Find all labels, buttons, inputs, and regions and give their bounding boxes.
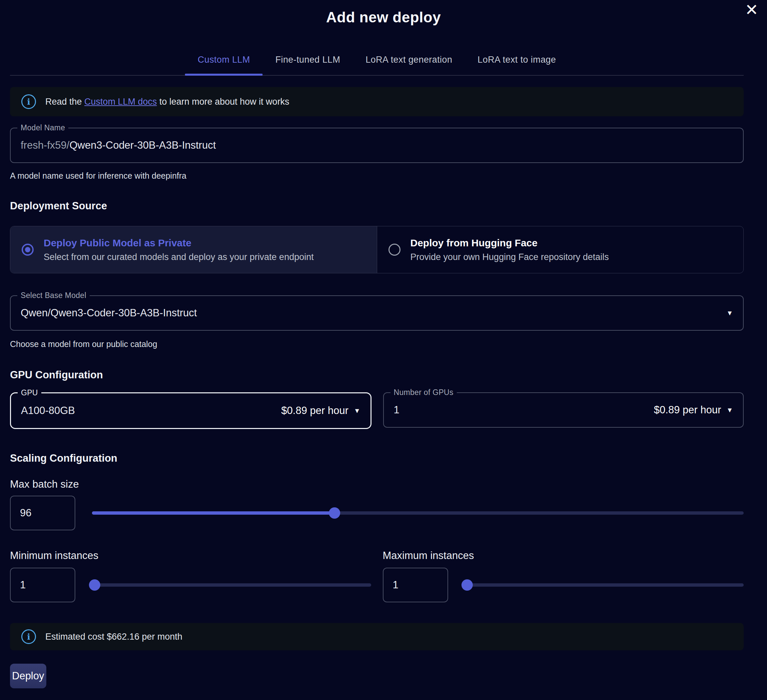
option-text: Deploy Public Model as Private Select fr… <box>44 238 313 262</box>
estimated-cost-text: Estimated cost $662.16 per month <box>45 631 182 642</box>
docs-banner-text: Read the Custom LLM docs to learn more a… <box>45 97 289 107</box>
info-icon: i <box>21 94 36 109</box>
max-batch-size-slider[interactable] <box>92 507 744 519</box>
base-model-helper: Choose a model from our public catalog <box>10 339 744 349</box>
slider-thumb[interactable] <box>89 579 100 591</box>
base-model-select[interactable]: Select Base Model Qwen/Qwen3-Coder-30B-A… <box>10 295 744 331</box>
option-deploy-public-model[interactable]: Deploy Public Model as Private Select fr… <box>10 226 377 273</box>
page-title: Add new deploy <box>0 0 767 26</box>
close-icon[interactable]: ✕ <box>745 2 758 18</box>
gpu-configuration-heading: GPU Configuration <box>10 369 744 381</box>
option-title: Deploy from Hugging Face <box>411 238 609 249</box>
model-name-prefix: fresh-fx59/ <box>21 139 69 151</box>
deployment-source-heading: Deployment Source <box>10 200 744 212</box>
scaling-configuration-heading: Scaling Configuration <box>10 452 744 464</box>
chevron-down-icon: ▼ <box>354 407 361 415</box>
maximum-instances-label: Maximum instances <box>383 550 744 562</box>
deployment-source-options: Deploy Public Model as Private Select fr… <box>10 226 744 273</box>
model-name-helper: A model name used for inference with dee… <box>10 171 744 181</box>
base-model-value: Qwen/Qwen3-Coder-30B-A3B-Instruct <box>21 307 197 319</box>
gpu-price: $0.89 per hour▼ <box>281 405 360 417</box>
deploy-button[interactable]: Deploy <box>10 664 46 688</box>
chevron-down-icon: ▼ <box>726 309 733 317</box>
max-batch-size-label: Max batch size <box>10 478 744 490</box>
option-deploy-from-hugging-face[interactable]: Deploy from Hugging Face Provide your ow… <box>377 226 744 273</box>
info-icon: i <box>21 629 36 644</box>
docs-info-banner: i Read the Custom LLM docs to learn more… <box>10 87 744 116</box>
model-name-field[interactable]: Model Name fresh-fx59/Qwen3-Coder-30B-A3… <box>10 128 744 163</box>
slider-track[interactable] <box>465 583 744 587</box>
slider-fill <box>92 511 334 515</box>
add-new-deploy-modal: ✕ Add new deploy Custom LLM Fine-tuned L… <box>0 0 767 700</box>
max-batch-size-row <box>10 496 744 530</box>
num-gpus-value: 1 <box>394 404 399 416</box>
model-name-label: Model Name <box>18 123 68 132</box>
gpu-config-row: GPU A100-80GB $0.89 per hour▼ Number of … <box>10 392 744 429</box>
tab-lora-text-to-image[interactable]: LoRA text to image <box>465 43 568 75</box>
radio-selected-icon[interactable] <box>22 244 33 256</box>
model-name-main: Qwen3-Coder-30B-A3B-Instruct <box>69 139 216 151</box>
maximum-instances-slider[interactable] <box>465 579 744 591</box>
model-name-value[interactable]: fresh-fx59/Qwen3-Coder-30B-A3B-Instruct <box>21 139 216 151</box>
estimated-cost-banner: i Estimated cost $662.16 per month <box>10 623 744 651</box>
docs-banner-suffix: to learn more about how it works <box>157 97 290 107</box>
minimum-instances-group: Minimum instances <box>10 550 371 602</box>
slider-thumb[interactable] <box>329 507 340 519</box>
maximum-instances-group: Maximum instances <box>383 550 744 602</box>
tab-custom-llm[interactable]: Custom LLM <box>185 43 263 75</box>
radio-unselected-icon[interactable] <box>388 244 401 256</box>
gpu-value: A100-80GB <box>21 405 75 417</box>
instances-row: Minimum instances Maximum instances <box>10 550 744 602</box>
option-description: Select from our curated models and deplo… <box>44 252 313 262</box>
minimum-instances-label: Minimum instances <box>10 550 371 562</box>
num-gpus-price-text: $0.89 per hour <box>654 404 721 416</box>
num-gpus-select[interactable]: Number of GPUs 1 $0.89 per hour▼ <box>383 392 744 428</box>
minimum-instances-input[interactable] <box>10 568 75 602</box>
slider-thumb[interactable] <box>461 579 473 591</box>
tab-lora-text-generation[interactable]: LoRA text generation <box>353 43 465 75</box>
gpu-label: GPU <box>18 388 41 397</box>
slider-track[interactable] <box>92 583 371 587</box>
gpu-price-text: $0.89 per hour <box>281 405 348 417</box>
tab-bar: Custom LLM Fine-tuned LLM LoRA text gene… <box>10 43 744 76</box>
num-gpus-price: $0.89 per hour▼ <box>654 404 733 416</box>
num-gpus-label: Number of GPUs <box>390 388 457 397</box>
option-title: Deploy Public Model as Private <box>44 238 313 249</box>
option-text: Deploy from Hugging Face Provide your ow… <box>411 238 609 262</box>
deploy-button-label: Deploy <box>12 670 44 682</box>
minimum-instances-slider[interactable] <box>92 579 371 591</box>
docs-banner-prefix: Read the <box>45 97 84 107</box>
chevron-down-icon: ▼ <box>726 406 733 414</box>
max-batch-size-input[interactable] <box>10 496 75 530</box>
custom-llm-docs-link[interactable]: Custom LLM docs <box>84 97 157 107</box>
gpu-select[interactable]: GPU A100-80GB $0.89 per hour▼ <box>10 392 371 429</box>
option-description: Provide your own Hugging Face repository… <box>411 252 609 262</box>
base-model-label: Select Base Model <box>18 291 90 300</box>
maximum-instances-input[interactable] <box>383 568 448 602</box>
tab-fine-tuned-llm[interactable]: Fine-tuned LLM <box>263 43 353 75</box>
